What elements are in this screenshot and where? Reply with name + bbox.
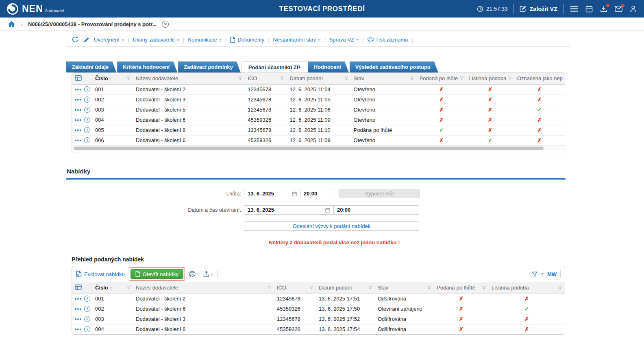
row-menu-icon[interactable] [75, 298, 81, 300]
close-tab-icon[interactable]: ✕ [162, 21, 169, 28]
info-icon[interactable]: i [84, 117, 90, 123]
table-row[interactable]: i005Dodavatel - školení 81234567812. 6. … [72, 125, 565, 135]
info-icon[interactable]: i [84, 306, 90, 312]
table-row[interactable]: i006Dodavatel - školení 64535932612. 6. … [72, 135, 565, 145]
table-row[interactable]: i004Dodavatel - školení 64535932612. 6. … [72, 115, 565, 125]
column-header[interactable]: Název dodavatele [133, 73, 245, 84]
filter-preset-label[interactable]: MW [547, 271, 557, 277]
tab[interactable]: Zadávací podmínky [178, 61, 241, 72]
column-filter-icon[interactable] [508, 77, 511, 80]
info-icon[interactable]: i [84, 107, 90, 113]
horizontal-scrollbar[interactable] [72, 145, 565, 151]
calendar-icon[interactable] [325, 208, 330, 213]
toolbar-link[interactable]: Úkony zadavatele▽ [133, 37, 179, 43]
row-menu-icon[interactable] [75, 129, 81, 131]
tab[interactable]: Hodnocení [308, 61, 349, 72]
column-filter-icon[interactable] [268, 286, 271, 289]
row-menu-icon[interactable] [75, 140, 81, 141]
row-menu-icon[interactable] [75, 308, 81, 310]
nen-logo[interactable]: NEN Zadavatel [7, 3, 64, 15]
column-header[interactable]: Číslo ↑ [92, 282, 133, 294]
open-offers-button[interactable]: Otevřít nabídky [131, 269, 183, 279]
table-row[interactable]: i003Dodavatel - školení 51234567812. 6. … [72, 105, 565, 115]
column-header[interactable]: Listinná podoba [489, 282, 565, 294]
home-button[interactable] [8, 21, 15, 28]
tab[interactable]: Podání účastníků ZP [242, 61, 307, 72]
table-row[interactable]: i002Dodavatel - školení 31234567812. 6. … [72, 94, 565, 105]
info-icon[interactable]: i [84, 316, 90, 322]
column-filter-icon[interactable] [280, 77, 284, 80]
column-header[interactable]: Stav [375, 282, 434, 294]
calendar-icon[interactable] [292, 191, 297, 196]
info-icon[interactable]: i [84, 296, 90, 302]
history-button[interactable] [72, 36, 79, 43]
breadcrumb-item[interactable]: N006/25/V00005438 - Provozování prodejny… [28, 21, 157, 27]
grid-settings-header[interactable] [72, 73, 92, 84]
scrollbar-thumb[interactable] [74, 147, 544, 150]
column-header[interactable]: Listinná podoba [466, 73, 514, 84]
edit-button[interactable] [83, 37, 89, 43]
messages-button[interactable] [614, 5, 623, 13]
row-menu-icon[interactable] [75, 318, 81, 320]
column-header[interactable]: Datum podání [287, 73, 350, 84]
column-filter-icon[interactable] [238, 77, 242, 80]
tab[interactable]: Kritéria hodnocení [117, 61, 177, 72]
toolbar-link[interactable]: Správa VZ▽ [329, 37, 359, 43]
calendar-button[interactable] [585, 4, 594, 13]
deadline-time-input[interactable]: 20:00 [300, 189, 334, 198]
print-menu-button[interactable]: ▽ [189, 271, 199, 277]
table-row[interactable]: i001Dodavatel - školení 21234567813. 6. … [72, 294, 565, 304]
info-icon[interactable]: i [84, 96, 90, 103]
profile-button[interactable] [629, 4, 637, 13]
toolbar-link[interactable]: Nestandardní stav▽ [273, 37, 321, 43]
send-invite-button[interactable]: Odeslání výzvy k podání nabídek [244, 221, 419, 231]
tab[interactable]: Základní údaje [66, 61, 116, 72]
tab[interactable]: Výsledek zadávacího postupu [350, 61, 438, 72]
table-row[interactable]: i004Dodavatel - školení 64535932613. 6. … [72, 324, 565, 334]
toolbar-link[interactable]: Tisk záznamu [368, 37, 408, 43]
column-filter-icon[interactable] [368, 286, 372, 289]
column-header[interactable]: Podaná po lhůtě [434, 282, 489, 294]
column-header[interactable]: Podaná po lhůtě [417, 73, 466, 84]
column-header[interactable]: Stav [351, 73, 417, 84]
opening-date-input[interactable]: 13. 6. 2025 [244, 205, 334, 215]
row-menu-icon[interactable] [75, 109, 81, 111]
table-row[interactable]: i003Dodavatel - školení 31234567813. 6. … [72, 314, 565, 324]
column-filter-icon[interactable] [460, 77, 463, 80]
menu-button[interactable] [569, 5, 579, 13]
column-filter-icon[interactable] [410, 77, 414, 80]
toolbar-link[interactable]: Komunikace▽ [188, 37, 222, 43]
column-filter-icon[interactable] [344, 77, 348, 80]
table-row[interactable]: i001Dodavatel - školení 21234567812. 6. … [72, 84, 565, 94]
column-filter-icon[interactable] [309, 286, 313, 289]
column-filter-icon[interactable] [126, 286, 130, 289]
chevron-down-icon[interactable]: ▽ [541, 272, 544, 276]
column-header[interactable]: IČO [245, 73, 287, 84]
filter-button[interactable] [532, 272, 537, 277]
column-filter-icon[interactable] [126, 77, 130, 80]
table-row[interactable]: i002Dodavatel - školení 64535932613. 6. … [72, 304, 565, 314]
opening-time-input[interactable]: 20:00 [334, 205, 419, 215]
export-menu-button[interactable]: ▽ [203, 271, 213, 277]
row-menu-icon[interactable] [75, 329, 81, 330]
grid-settings-header[interactable] [72, 282, 92, 294]
row-menu-icon[interactable] [75, 89, 81, 90]
column-filter-icon[interactable] [427, 286, 431, 289]
column-filter-icon[interactable] [558, 286, 562, 289]
deadline-date-input[interactable]: 13. 6. 2025 [244, 189, 300, 198]
column-filter-icon[interactable] [482, 286, 486, 289]
column-header[interactable]: Datum podání [316, 282, 375, 294]
info-icon[interactable]: i [84, 137, 90, 143]
register-offer-button[interactable]: Evidovat nabídku [76, 271, 125, 277]
column-header[interactable]: IČO [274, 282, 316, 294]
create-vz-button[interactable]: Založit VZ [520, 5, 557, 12]
toolbar-link[interactable]: Uveřejnění▽ [94, 37, 124, 43]
compute-deadlines-button[interactable]: Výpočet lhůt [339, 189, 420, 198]
column-header[interactable]: Číslo ↑ [92, 73, 133, 84]
info-icon[interactable]: i [84, 326, 90, 332]
row-menu-icon[interactable] [75, 99, 81, 101]
downloads-button[interactable] [599, 4, 608, 13]
info-icon[interactable]: i [84, 86, 90, 92]
column-header[interactable]: Označena jako nep [514, 73, 565, 84]
info-icon[interactable]: i [84, 127, 90, 133]
